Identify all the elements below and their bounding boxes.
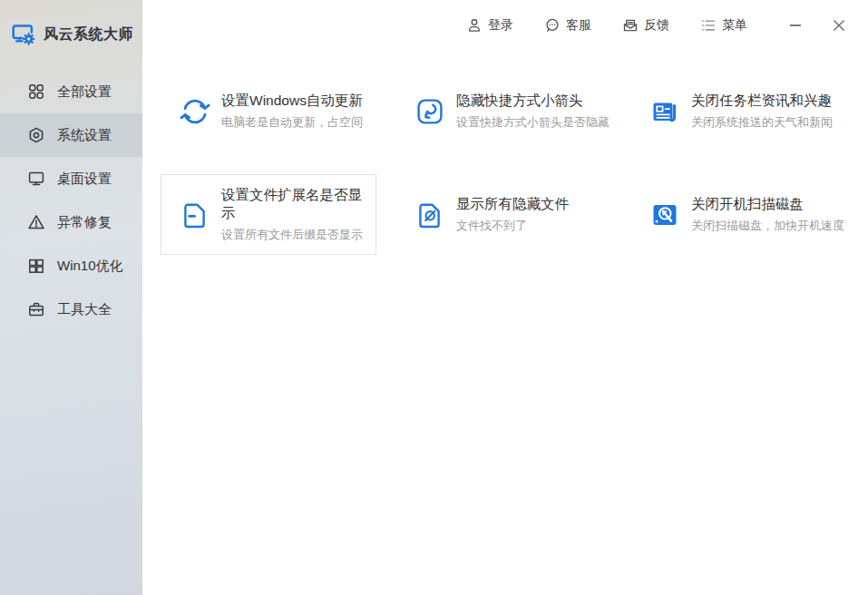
user-icon xyxy=(466,17,483,34)
mail-icon xyxy=(622,17,639,34)
sidebar: 风云系统大师 全部设置 系统设置 xyxy=(0,0,142,595)
card-file-extension-display[interactable]: 设置文件扩展名是否显示 设置所有文件后缀是否显示 xyxy=(161,174,376,255)
newspaper-icon xyxy=(649,95,681,128)
customer-service-button[interactable]: 客服 xyxy=(544,17,591,34)
card-subtitle: 电脑老是自动更新，占空间 xyxy=(221,114,363,131)
card-title: 关闭任务栏资讯和兴趣 xyxy=(691,92,833,109)
app-title: 风云系统大师 xyxy=(44,25,133,44)
minimize-button[interactable] xyxy=(784,14,807,37)
card-subtitle: 设置所有文件后缀是否显示 xyxy=(221,227,375,243)
chat-icon xyxy=(544,17,561,34)
app-logo-icon xyxy=(12,24,36,46)
warning-icon xyxy=(27,213,45,231)
sidebar-item-all-settings[interactable]: 全部设置 xyxy=(0,70,142,113)
feedback-button[interactable]: 反馈 xyxy=(622,17,669,34)
close-button[interactable] xyxy=(827,14,851,37)
hidden-file-icon xyxy=(414,199,446,231)
win10-icon xyxy=(27,257,45,275)
shortcut-arrow-icon xyxy=(414,95,446,128)
card-hide-shortcut-arrow[interactable]: 隐藏快捷方式小箭头 设置快捷方式小箭头是否隐藏 xyxy=(395,71,611,151)
feedback-label: 反馈 xyxy=(644,17,669,34)
sidebar-item-label: 系统设置 xyxy=(57,127,112,144)
sidebar-item-label: 全部设置 xyxy=(57,83,112,101)
card-title: 设置Windows自动更新 xyxy=(221,92,363,109)
monitor-icon xyxy=(27,170,45,188)
app-window: 风云系统大师 全部设置 系统设置 xyxy=(0,0,868,595)
card-subtitle: 关闭系统推送的天气和新闻 xyxy=(691,114,833,131)
topbar: 登录 客服 反馈 xyxy=(142,0,868,51)
customer-service-label: 客服 xyxy=(566,17,591,34)
menu-icon xyxy=(700,17,717,34)
sidebar-item-system-settings[interactable]: 系统设置 xyxy=(0,113,142,157)
disk-scan-icon xyxy=(649,199,681,231)
card-subtitle: 关闭扫描磁盘，加快开机速度 xyxy=(691,218,844,234)
sidebar-item-error-repair[interactable]: 异常修复 xyxy=(0,200,142,244)
sidebar-item-label: Win10优化 xyxy=(57,258,123,275)
app-logo: 风云系统大师 xyxy=(0,0,142,51)
gear-icon xyxy=(24,34,34,44)
card-subtitle: 文件找不到了 xyxy=(456,218,569,234)
card-show-hidden-files[interactable]: 显示所有隐藏文件 文件找不到了 xyxy=(395,174,611,255)
refresh-icon xyxy=(179,95,211,128)
sidebar-nav: 全部设置 系统设置 桌面设置 xyxy=(0,70,142,331)
menu-label: 菜单 xyxy=(722,17,747,34)
grid-icon xyxy=(27,83,45,101)
sidebar-item-desktop-settings[interactable]: 桌面设置 xyxy=(0,157,142,200)
sidebar-item-label: 桌面设置 xyxy=(57,171,112,188)
login-label: 登录 xyxy=(488,17,513,34)
gear-hex-icon xyxy=(27,126,45,144)
sidebar-item-win10-optimize[interactable]: Win10优化 xyxy=(0,244,142,288)
card-disable-taskbar-news[interactable]: 关闭任务栏资讯和兴趣 关闭系统推送的天气和新闻 xyxy=(630,71,846,151)
sidebar-item-label: 工具大全 xyxy=(57,301,112,318)
file-doc-icon xyxy=(179,199,211,231)
card-windows-auto-update[interactable]: 设置Windows自动更新 电脑老是自动更新，占空间 xyxy=(161,71,376,151)
card-title: 隐藏快捷方式小箭头 xyxy=(456,92,610,109)
close-icon xyxy=(831,17,847,34)
card-subtitle: 设置快捷方式小箭头是否隐藏 xyxy=(456,114,610,131)
sidebar-item-label: 异常修复 xyxy=(57,214,112,231)
content-area: 设置Windows自动更新 电脑老是自动更新，占空间 隐藏快捷方式小箭头 设置快… xyxy=(142,51,868,595)
card-title: 设置文件扩展名是否显示 xyxy=(221,186,375,221)
card-title: 关闭开机扫描磁盘 xyxy=(691,195,844,212)
settings-grid: 设置Windows自动更新 电脑老是自动更新，占空间 隐藏快捷方式小箭头 设置快… xyxy=(142,51,868,255)
login-button[interactable]: 登录 xyxy=(466,17,513,34)
menu-button[interactable]: 菜单 xyxy=(700,17,747,34)
card-disable-boot-disk-scan[interactable]: 关闭开机扫描磁盘 关闭扫描磁盘，加快开机速度 xyxy=(630,174,846,255)
card-title: 显示所有隐藏文件 xyxy=(456,195,569,212)
minimize-icon xyxy=(787,17,804,34)
sidebar-item-tools[interactable]: 工具大全 xyxy=(0,288,142,331)
toolbox-icon xyxy=(27,300,45,318)
